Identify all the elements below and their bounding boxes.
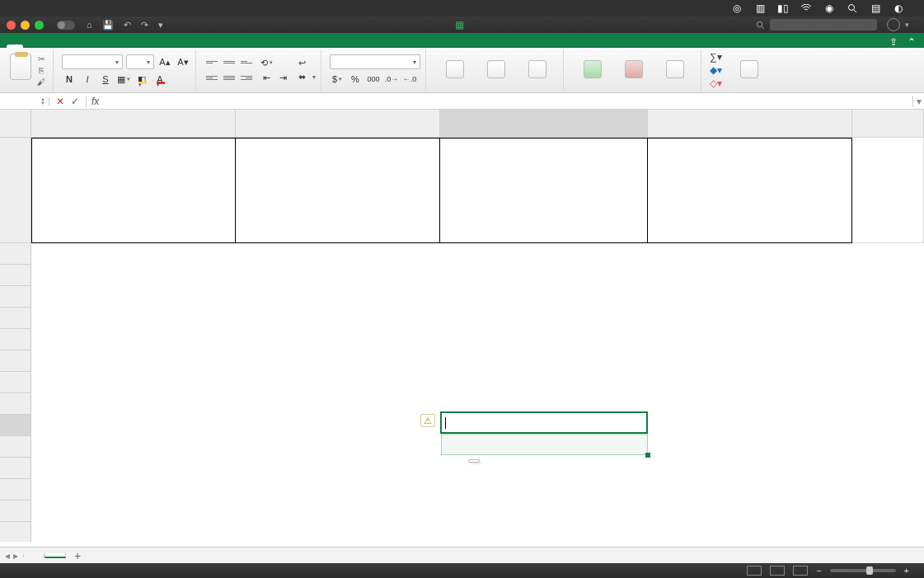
col-header-B[interactable] bbox=[31, 110, 236, 138]
row-header-5[interactable] bbox=[0, 243, 31, 265]
cell-B4[interactable] bbox=[31, 138, 236, 243]
tab-formulas[interactable] bbox=[56, 45, 73, 48]
bold-button[interactable]: N bbox=[62, 73, 77, 86]
font-size-dropdown[interactable] bbox=[126, 54, 154, 69]
increase-decimal-icon[interactable]: .0→ bbox=[384, 73, 399, 86]
name-box[interactable]: ▲▼ bbox=[0, 97, 49, 106]
row-header-10[interactable] bbox=[0, 350, 31, 372]
window-maximize-button[interactable] bbox=[35, 21, 44, 30]
select-all-corner[interactable] bbox=[0, 110, 31, 138]
cell-D4[interactable] bbox=[440, 138, 648, 243]
format-as-table-button[interactable] bbox=[476, 60, 517, 80]
feedback-chevron-icon[interactable]: ▾ bbox=[905, 21, 909, 29]
tab-view[interactable] bbox=[106, 45, 122, 48]
sheet-tab-planilha1[interactable] bbox=[45, 553, 66, 558]
format-cells-button[interactable] bbox=[654, 60, 696, 80]
qat-save-icon[interactable]: 💾 bbox=[102, 20, 114, 31]
row-header-18[interactable] bbox=[0, 522, 31, 542]
fill-icon[interactable]: ◆▾ bbox=[710, 64, 722, 76]
formula-expand-icon[interactable]: ▾ bbox=[912, 96, 924, 107]
number-format-dropdown[interactable] bbox=[330, 54, 420, 69]
align-center-icon[interactable] bbox=[222, 72, 237, 85]
font-color-button[interactable]: A bbox=[152, 73, 167, 86]
wifi-icon[interactable] bbox=[800, 2, 812, 14]
qat-redo-icon[interactable]: ↷ bbox=[141, 20, 148, 31]
spreadsheet-grid[interactable]: ⚠ bbox=[0, 110, 924, 542]
cell-E4[interactable] bbox=[648, 138, 852, 243]
cell-C4[interactable] bbox=[236, 138, 440, 243]
sheet-nav-prev-icon[interactable]: ◂ bbox=[5, 550, 10, 562]
view-page-layout-icon[interactable] bbox=[770, 566, 785, 576]
tab-layout[interactable] bbox=[40, 45, 56, 48]
cut-icon[interactable]: ✂ bbox=[35, 54, 48, 63]
error-indicator-icon[interactable]: ⚠ bbox=[420, 414, 435, 427]
collapse-ribbon-icon[interactable]: ⌃ bbox=[908, 36, 916, 48]
row-header-15[interactable] bbox=[0, 458, 31, 479]
decrease-decimal-icon[interactable]: ←.0 bbox=[402, 73, 417, 86]
row-header-12[interactable] bbox=[0, 393, 31, 415]
row-header-4[interactable] bbox=[0, 138, 31, 243]
col-header-C[interactable] bbox=[236, 110, 440, 138]
align-middle-icon[interactable] bbox=[222, 56, 237, 69]
sort-filter-button[interactable] bbox=[729, 60, 770, 80]
zoom-out-button[interactable]: − bbox=[816, 566, 821, 576]
autosum-icon[interactable]: ∑▾ bbox=[710, 51, 722, 63]
insert-cells-button[interactable] bbox=[572, 60, 613, 80]
row-header-8[interactable] bbox=[0, 308, 31, 329]
fx-icon[interactable]: fx bbox=[87, 96, 104, 107]
autosave-toggle[interactable] bbox=[57, 21, 75, 30]
cell-F4[interactable] bbox=[852, 138, 924, 243]
align-left-icon[interactable] bbox=[204, 72, 219, 85]
row-header-6[interactable] bbox=[0, 265, 31, 286]
fill-color-button[interactable]: ◧ bbox=[134, 73, 149, 86]
delete-cells-button[interactable] bbox=[613, 60, 654, 80]
align-bottom-icon[interactable] bbox=[239, 56, 254, 69]
cell-styles-button[interactable] bbox=[517, 60, 558, 80]
comma-icon[interactable]: 000 bbox=[366, 73, 381, 86]
user-icon[interactable]: ◉ bbox=[823, 2, 835, 14]
copy-icon[interactable]: ⎘ bbox=[35, 65, 48, 75]
row-header-16[interactable] bbox=[0, 479, 31, 500]
sheet-tab-produtos[interactable] bbox=[23, 554, 45, 557]
tab-home[interactable] bbox=[7, 45, 23, 48]
align-right-icon[interactable] bbox=[239, 72, 254, 85]
col-header-E[interactable] bbox=[648, 110, 852, 138]
increase-indent-icon[interactable]: ⇥ bbox=[275, 71, 290, 84]
window-close-button[interactable] bbox=[7, 21, 16, 30]
cell-D13-editing[interactable] bbox=[440, 411, 648, 434]
conditional-formatting-button[interactable] bbox=[434, 60, 476, 80]
italic-button[interactable]: I bbox=[80, 73, 95, 86]
window-minimize-button[interactable] bbox=[21, 21, 30, 30]
tab-review[interactable] bbox=[89, 45, 106, 48]
flag-icon[interactable]: ▥ bbox=[754, 2, 766, 14]
row-header-7[interactable] bbox=[0, 286, 31, 308]
qat-undo-icon[interactable]: ↶ bbox=[124, 20, 131, 31]
row-header-17[interactable] bbox=[0, 500, 31, 522]
col-header-F[interactable] bbox=[852, 110, 924, 138]
tab-insert[interactable] bbox=[23, 45, 40, 48]
cell-D14-highlight[interactable] bbox=[441, 434, 648, 455]
paste-icon[interactable] bbox=[10, 54, 31, 80]
border-button[interactable]: ▦ bbox=[116, 73, 131, 86]
row-header-9[interactable] bbox=[0, 329, 31, 350]
add-sheet-button[interactable]: + bbox=[66, 549, 89, 562]
decrease-font-icon[interactable]: A▾ bbox=[176, 55, 190, 68]
qat-home-icon[interactable]: ⌂ bbox=[87, 20, 92, 31]
row-header-11[interactable] bbox=[0, 372, 31, 393]
underline-button[interactable]: S bbox=[98, 73, 113, 86]
wrap-text-button[interactable]: ↩ bbox=[298, 58, 316, 68]
formula-cancel-icon[interactable]: ✕ bbox=[56, 96, 64, 107]
battery-icon[interactable]: ▮▯ bbox=[777, 2, 789, 14]
currency-icon[interactable]: $ bbox=[330, 73, 345, 86]
tab-data[interactable] bbox=[73, 45, 89, 48]
view-normal-icon[interactable] bbox=[747, 566, 762, 576]
increase-font-icon[interactable]: A▴ bbox=[157, 55, 172, 68]
zoom-slider[interactable] bbox=[830, 569, 896, 572]
control-center-icon[interactable]: ▤ bbox=[870, 2, 881, 14]
orientation-icon[interactable]: ⟲ bbox=[259, 56, 274, 69]
align-top-icon[interactable] bbox=[204, 56, 219, 69]
decrease-indent-icon[interactable]: ⇤ bbox=[259, 71, 274, 84]
zoom-in-button[interactable]: + bbox=[904, 566, 909, 576]
sheet-nav-next-icon[interactable]: ▸ bbox=[13, 550, 18, 562]
percent-icon[interactable]: % bbox=[348, 73, 363, 86]
